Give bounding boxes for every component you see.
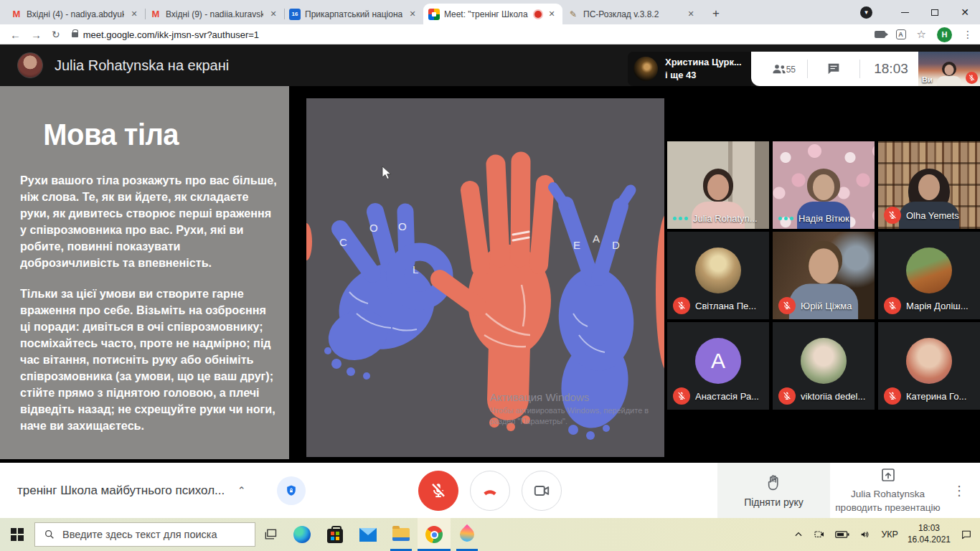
close-button[interactable]: ✕ xyxy=(950,0,980,24)
chevron-up-icon[interactable]: ⌃ xyxy=(237,485,245,496)
host-controls-button[interactable] xyxy=(277,476,306,505)
task-view-button[interactable] xyxy=(255,518,286,551)
tab-close-icon[interactable]: ✕ xyxy=(268,9,279,20)
tab-title: Вхідні (4) - nadiya.abdyukova xyxy=(27,9,124,19)
present-icon xyxy=(880,466,897,484)
windows-taskbar: Введите здесь текст для поиска xyxy=(0,518,980,551)
participant-avatar xyxy=(801,338,847,384)
participant-tile[interactable]: viktoriia dedel... xyxy=(773,322,875,410)
participant-name: Марія Доліш... xyxy=(906,301,969,311)
tray-time: 18:03 xyxy=(918,523,940,533)
mic-muted-icon xyxy=(884,297,901,314)
search-icon xyxy=(44,529,55,540)
tab-title: Вхідні (9) - nadiia.kuravska@ xyxy=(166,9,263,19)
store-taskbar-button[interactable] xyxy=(319,518,352,551)
participant-avatar: А xyxy=(695,338,741,384)
mic-toggle-button[interactable] xyxy=(418,471,458,511)
tray-chevron-button[interactable] xyxy=(793,529,804,540)
participant-tile[interactable]: А Анастасія Ра... xyxy=(667,322,769,410)
action-center-button[interactable] xyxy=(960,529,973,540)
back-button[interactable]: ← xyxy=(10,29,21,41)
browser-menu-icon[interactable]: ⋮ xyxy=(963,29,973,40)
gradient-drop-icon xyxy=(457,524,477,545)
browser-tab[interactable]: Вхідні (9) - nadiia.kuravska@ ✕ xyxy=(145,4,284,24)
presenting-banner-text: Julia Rohatynska на екрані xyxy=(55,57,229,74)
camera-permission-icon[interactable] xyxy=(875,31,885,38)
start-button[interactable] xyxy=(0,518,34,551)
action-center-icon xyxy=(960,529,973,540)
windows-activation-watermark: Активация Windows Чтобы активировать Win… xyxy=(490,391,659,427)
participants-button[interactable]: 55 xyxy=(751,60,807,77)
volume-button[interactable] xyxy=(859,529,872,540)
language-indicator[interactable]: УКР xyxy=(881,529,898,540)
taskbar-search[interactable]: Введите здесь текст для поиска xyxy=(34,522,255,547)
participant-nameplate: Марія Доліш... xyxy=(884,297,969,314)
tab-search-icon[interactable]: ▾ xyxy=(860,6,872,19)
participant-tile[interactable]: Julia Rohatyn... xyxy=(667,141,769,229)
self-view[interactable]: Ви xyxy=(918,52,980,86)
tab-close-icon[interactable]: ✕ xyxy=(128,9,140,20)
slide-paragraph: Рухи вашого тіла розкажуть про вас більш… xyxy=(20,172,278,271)
participant-tile[interactable]: Olha Yemets xyxy=(878,141,980,229)
participant-nameplate: Юрій Ціжма xyxy=(778,297,852,314)
participant-tile[interactable]: Надія Вітюк xyxy=(773,141,875,229)
browser-tab[interactable]: Прикарпатський національн ✕ xyxy=(284,4,423,24)
tab-close-icon[interactable]: ✕ xyxy=(685,9,697,20)
recording-icon xyxy=(534,11,542,18)
forward-button[interactable]: → xyxy=(31,29,42,41)
explorer-taskbar-button[interactable] xyxy=(385,518,418,551)
drop-app-taskbar-button[interactable] xyxy=(451,518,484,551)
maximize-button[interactable] xyxy=(920,0,950,24)
overflow-participants-thumb[interactable]: Христина Цурк... і ще 43 xyxy=(628,52,751,86)
browser-tab[interactable]: Вхідні (4) - nadiya.abdyukova ✕ xyxy=(6,4,145,24)
more-options-button[interactable]: ⋮ xyxy=(953,463,966,518)
chat-button[interactable] xyxy=(808,61,859,77)
reload-button[interactable]: ↻ xyxy=(52,29,60,40)
translate-icon[interactable]: A xyxy=(896,29,906,39)
meeting-name[interactable]: тренінг Школа майбутнього психол... xyxy=(17,484,225,498)
tab-list: Вхідні (4) - nadiya.abdyukova ✕ Вхідні (… xyxy=(6,0,702,24)
toolbar-right: A ☆ H ⋮ xyxy=(875,24,973,44)
participant-tile[interactable]: Катерина Го... xyxy=(878,322,980,410)
meet-header: Julia Rohatynska на екрані Христина Цурк… xyxy=(0,44,980,86)
tab-favicon xyxy=(11,9,22,20)
chrome-taskbar-button[interactable] xyxy=(418,518,451,551)
tab-favicon xyxy=(289,9,301,20)
new-tab-button[interactable]: + xyxy=(706,4,726,24)
meet-now-button[interactable] xyxy=(813,529,826,540)
participant-avatar xyxy=(695,248,741,293)
participant-name: Olha Yemets xyxy=(906,210,959,221)
presenting-banner: Julia Rohatynska на екрані xyxy=(17,44,229,86)
presenting-status[interactable]: Julia Rohatynska проводить презентацію xyxy=(832,463,943,518)
raise-hand-button[interactable]: Підняти руку xyxy=(717,463,830,518)
address-bar[interactable]: meet.google.com/ikk-jmsn-svr?authuser=1 xyxy=(72,29,259,40)
browser-tab[interactable]: Meet: "тренінг Школа ма ✕ xyxy=(423,4,562,24)
edge-icon xyxy=(293,526,311,543)
bookmark-star-icon[interactable]: ☆ xyxy=(917,28,926,41)
battery-button[interactable] xyxy=(835,529,849,540)
system-tray: УКР 18:0316.04.2021 xyxy=(793,518,980,551)
tray-clock[interactable]: 18:0316.04.2021 xyxy=(908,523,951,545)
participant-nameplate: Катерина Го... xyxy=(884,387,966,405)
task-view-icon xyxy=(263,527,278,542)
mail-taskbar-button[interactable] xyxy=(352,518,385,551)
svg-text:L: L xyxy=(413,263,418,276)
camera-toggle-button[interactable] xyxy=(522,471,562,511)
windows-logo-icon xyxy=(11,528,24,541)
minimize-button[interactable] xyxy=(890,0,920,24)
participant-name: viktoriia dedel... xyxy=(801,391,865,402)
participant-tile[interactable]: Марія Доліш... xyxy=(878,232,980,319)
browser-tabstrip: Вхідні (4) - nadiya.abdyukova ✕ Вхідні (… xyxy=(0,0,980,24)
participant-tile[interactable]: Світлана Пе... xyxy=(667,232,769,319)
edge-taskbar-button[interactable] xyxy=(286,518,319,551)
tab-close-icon[interactable]: ✕ xyxy=(546,9,557,20)
profile-avatar[interactable]: H xyxy=(937,27,952,42)
hangup-button[interactable] xyxy=(470,471,510,511)
browser-tab[interactable]: ПС-Розклад v.3.8.2 ✕ xyxy=(562,4,702,24)
overflow-more: і ще 43 xyxy=(665,70,697,80)
participant-avatar xyxy=(906,338,952,384)
slide-paragraph: Тільки за цієї умови ви створите гарне в… xyxy=(20,286,278,434)
participant-tile[interactable]: Юрій Ціжма xyxy=(773,232,875,319)
tab-close-icon[interactable]: ✕ xyxy=(407,9,418,20)
hand-icon xyxy=(765,474,783,492)
